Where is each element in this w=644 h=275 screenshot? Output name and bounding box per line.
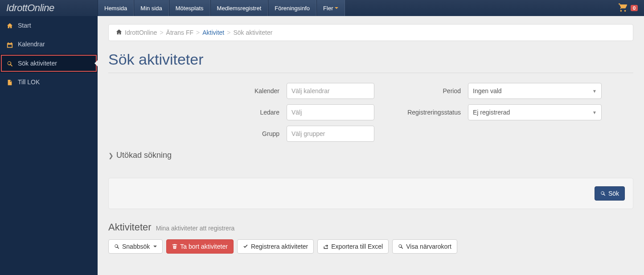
quicksearch-label: Snabbsök — [122, 243, 150, 250]
search-icon — [398, 244, 403, 249]
breadcrumb-section-link[interactable]: Aktivitet — [202, 29, 224, 36]
period-value: Ingen vald — [473, 87, 502, 94]
breadcrumb-current: Sök aktiviteter — [233, 29, 272, 36]
delete-activities-label: Ta bort aktiviteter — [180, 243, 228, 250]
breadcrumb-separator: > — [160, 29, 163, 36]
sidebar-item-label: Till LOK — [18, 78, 40, 86]
topnav-min-sida[interactable]: Min sida — [134, 0, 168, 16]
quicksearch-button[interactable]: Snabbsök — [108, 239, 163, 254]
sidebar-item-till-lok[interactable]: Till LOK — [0, 73, 98, 91]
sidebar: Start Kalendrar Sök aktiviteter Till LOK — [0, 16, 98, 275]
brand-logo: IdrottOnline — [0, 0, 98, 16]
regstatus-select[interactable]: Ej registrerad ▼ — [468, 104, 602, 120]
breadcrumb-separator: > — [196, 29, 200, 36]
search-button-label: Sök — [608, 190, 619, 197]
export-excel-button[interactable]: Exportera till Excel — [317, 239, 389, 254]
cart-icon[interactable] — [618, 3, 628, 14]
activities-subheading: Mina aktiviteter att registrera — [156, 225, 235, 232]
cart-badge: 0 — [631, 5, 638, 11]
kalender-label: Kalender — [108, 87, 287, 94]
calendar-icon — [6, 41, 13, 48]
topnav-fler[interactable]: Fler — [316, 0, 345, 16]
regstatus-value: Ej registrerad — [473, 109, 510, 116]
sidebar-item-sok-aktiviteter[interactable]: Sök aktiviteter — [0, 54, 98, 73]
period-select[interactable]: Ingen vald ▼ — [468, 83, 602, 99]
topnav-motesplats[interactable]: Mötesplats — [169, 0, 210, 16]
show-attendance-label: Visa närvarokort — [406, 243, 451, 250]
register-activities-button[interactable]: Registrera aktiviteter — [237, 239, 314, 254]
trash-icon — [172, 244, 177, 249]
ledare-label: Ledare — [108, 109, 287, 116]
chevron-down-icon: ▼ — [592, 89, 597, 94]
search-icon — [600, 191, 606, 196]
show-attendance-button[interactable]: Visa närvarokort — [392, 239, 457, 254]
kalender-input[interactable] — [287, 83, 374, 99]
divider — [108, 73, 633, 73]
export-excel-label: Exportera till Excel — [331, 243, 383, 250]
grupp-input[interactable] — [287, 126, 374, 142]
search-button[interactable]: Sök — [595, 186, 625, 201]
breadcrumb-home: IdrottOnline — [125, 29, 157, 36]
expand-search-label: Utökad sökning — [116, 151, 172, 160]
share-icon — [323, 244, 328, 249]
expand-search-toggle[interactable]: ❯ Utökad sökning — [108, 151, 633, 160]
sidebar-item-start[interactable]: Start — [0, 16, 98, 35]
ledare-input[interactable] — [287, 104, 374, 120]
grupp-label: Grupp — [108, 130, 287, 137]
top-nav: Hemsida Min sida Mötesplats Medlemsregis… — [98, 0, 345, 16]
breadcrumb-org: Ätrans FF — [166, 29, 193, 36]
period-label: Period — [392, 87, 468, 94]
check-icon — [243, 244, 248, 249]
sidebar-item-label: Kalendrar — [18, 41, 45, 48]
chevron-down-icon: ▼ — [592, 110, 597, 115]
sidebar-item-label: Sök aktiviteter — [18, 60, 57, 67]
sidebar-item-label: Start — [18, 22, 31, 29]
delete-activities-button[interactable]: Ta bort aktiviteter — [166, 239, 234, 254]
home-icon — [6, 22, 13, 29]
breadcrumb-separator: > — [227, 29, 230, 36]
topnav-medlemsregistret[interactable]: Medlemsregistret — [210, 0, 268, 16]
search-icon — [114, 244, 119, 249]
file-icon — [6, 78, 13, 86]
activities-heading: Aktiviteter Mina aktiviteter att registr… — [108, 222, 633, 233]
topnav-hemsida[interactable]: Hemsida — [98, 0, 134, 16]
topnav-foreningsinfo[interactable]: Föreningsinfo — [268, 0, 316, 16]
breadcrumb: IdrottOnline > Ätrans FF > Aktivitet > S… — [108, 24, 633, 41]
home-icon — [116, 29, 122, 36]
regstatus-label: Registreringsstatus — [392, 109, 468, 116]
sidebar-item-kalendrar[interactable]: Kalendrar — [0, 35, 98, 53]
chevron-right-icon: ❯ — [108, 152, 114, 159]
register-activities-label: Registrera aktiviteter — [251, 243, 308, 250]
page-title: Sök aktiviteter — [108, 51, 633, 68]
search-icon — [6, 60, 13, 67]
topnav-fler-label: Fler — [323, 5, 333, 12]
activities-heading-text: Aktiviteter — [108, 222, 152, 233]
chevron-down-icon — [153, 246, 157, 247]
chevron-down-icon — [335, 7, 338, 9]
